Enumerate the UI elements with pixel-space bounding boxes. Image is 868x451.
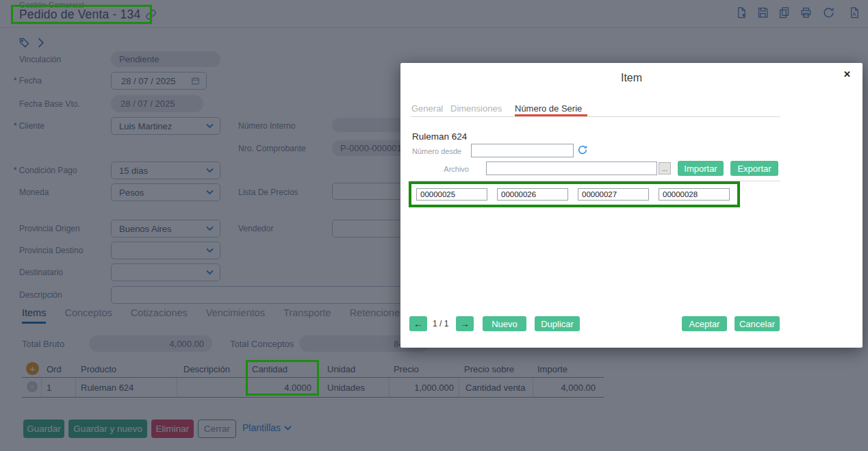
- archivo-input[interactable]: [486, 162, 657, 175]
- nuevo-button[interactable]: Nuevo: [483, 316, 526, 331]
- modal-tab-numero-de-serie[interactable]: Número de Serie: [515, 103, 582, 114]
- next-page-button[interactable]: →: [456, 316, 474, 331]
- app-window: Gestión Comercial Pedido de Venta - 134 …: [0, 0, 868, 451]
- modal-title: Item: [400, 72, 863, 84]
- numero-desde-label: Número desde: [412, 147, 461, 155]
- aceptar-button[interactable]: Aceptar: [682, 316, 727, 331]
- refresh-icon[interactable]: [577, 144, 588, 155]
- serial-input-3[interactable]: [578, 188, 649, 201]
- serial-input-1[interactable]: [416, 188, 487, 201]
- modal-tabs-divider: [411, 116, 780, 117]
- serial-input-4[interactable]: [659, 188, 730, 201]
- archivo-label: Archivo: [412, 165, 469, 173]
- close-icon[interactable]: ✕: [843, 69, 851, 79]
- modal-tab-general[interactable]: General: [411, 103, 443, 114]
- importar-button[interactable]: Importar: [678, 161, 724, 176]
- modal-tab-dimensiones[interactable]: Dimensiones: [450, 103, 502, 114]
- cancelar-button[interactable]: Cancelar: [735, 316, 780, 331]
- browse-button[interactable]: ...: [659, 162, 671, 175]
- item-modal: Item ✕ General Dimensiones Número de Ser…: [400, 63, 863, 348]
- serial-input-2[interactable]: [497, 188, 568, 201]
- numero-desde-input[interactable]: [471, 144, 574, 157]
- pagination-indicator: 1 / 1: [433, 319, 448, 328]
- modal-section-divider: [411, 181, 780, 181]
- prev-page-button[interactable]: ←: [409, 316, 427, 331]
- modal-product-name: Ruleman 624: [412, 131, 467, 142]
- exportar-button[interactable]: Exportar: [730, 161, 778, 176]
- duplicar-button[interactable]: Duplicar: [535, 316, 580, 331]
